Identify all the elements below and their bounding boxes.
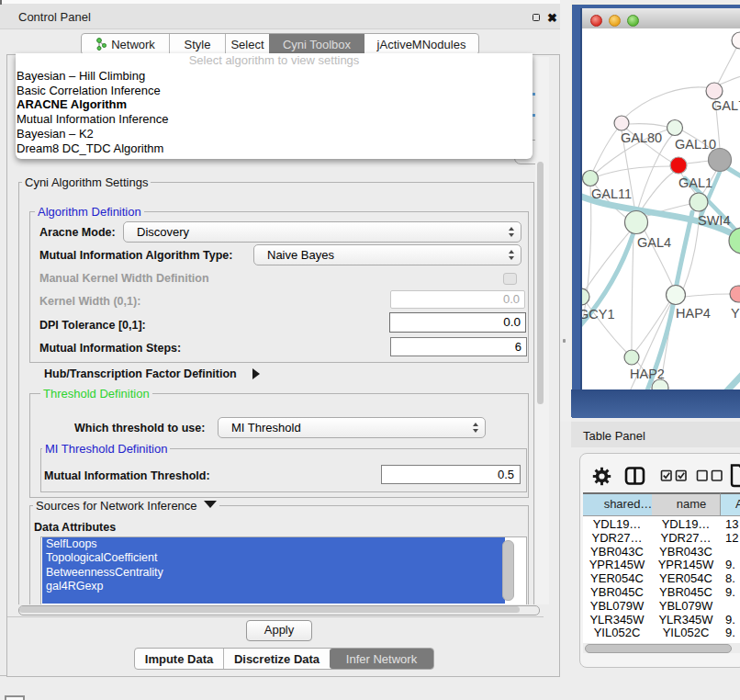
svg-text:HAP4: HAP4 bbox=[676, 306, 711, 321]
svg-text:GAL10: GAL10 bbox=[675, 137, 716, 152]
svg-text:GAL80: GAL80 bbox=[621, 130, 662, 145]
svg-text:Y: Y bbox=[731, 306, 740, 321]
svg-text:GAL11: GAL11 bbox=[591, 186, 632, 201]
svg-text:GAL7: GAL7 bbox=[712, 98, 740, 113]
svg-text:SWI4: SWI4 bbox=[698, 213, 730, 228]
svg-text:GCY1: GCY1 bbox=[582, 307, 615, 322]
svg-text:HAP2: HAP2 bbox=[630, 367, 665, 381]
svg-text:GAL1: GAL1 bbox=[678, 175, 712, 190]
svg-text:GAL4: GAL4 bbox=[637, 235, 671, 250]
